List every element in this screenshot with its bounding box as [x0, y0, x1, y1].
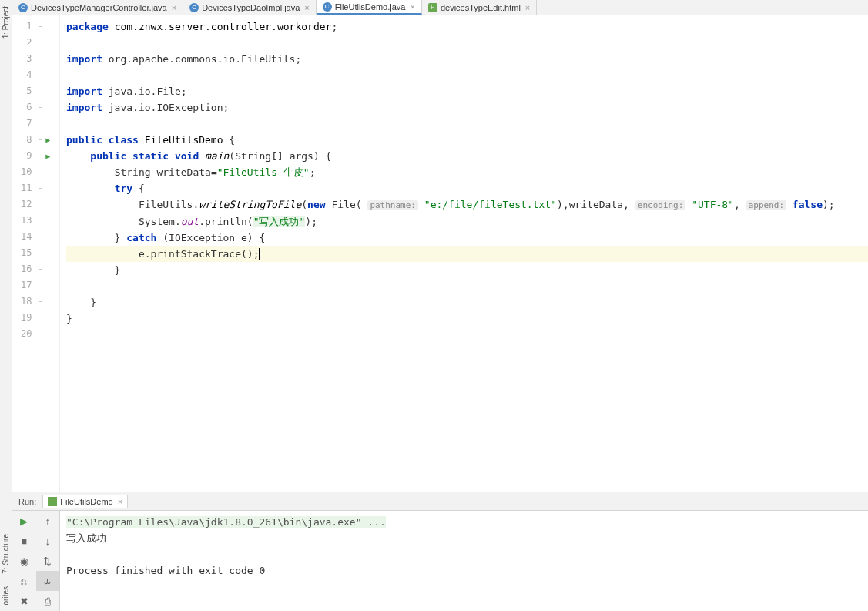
html-file-icon: H — [428, 3, 437, 12]
run-panel: ▶ ↑ ■ ↓ ◉ ⇅ ⎌ ⥿ ✖ ⎙ "C:\Program Files\Ja… — [12, 511, 868, 611]
gutter-row[interactable]: 18− — [12, 294, 59, 310]
run-label: Run: — [18, 497, 36, 506]
scroll-to-end-button[interactable]: ⇅ — [36, 551, 60, 571]
gutter-row[interactable]: 15 — [12, 245, 59, 261]
console-line: Process finished with exit code 0 — [66, 565, 265, 576]
java-class-icon: C — [18, 3, 28, 12]
gutter-row[interactable]: 14− — [12, 229, 59, 245]
tab-devicestypedaoimpl[interactable]: C DevicesTypeDaoImpl.java × — [183, 0, 317, 15]
up-stack-button[interactable]: ↑ — [36, 511, 60, 531]
tab-fileutilsdemo[interactable]: C FileUtilsDemo.java × — [317, 0, 422, 15]
down-stack-button[interactable]: ↓ — [36, 531, 60, 551]
close-icon[interactable]: × — [410, 2, 414, 12]
clear-button[interactable]: ✖ — [12, 591, 36, 611]
append-hint: append: — [746, 200, 786, 210]
close-icon[interactable]: × — [304, 3, 309, 12]
gutter-row[interactable]: 10 — [12, 164, 59, 180]
gutter-row[interactable]: 8−▶ — [12, 132, 59, 148]
structure-tool-tab[interactable]: 7: Structure — [2, 528, 10, 580]
main-area: C DevicesTypeManagerController.java × C … — [12, 0, 868, 611]
editor: 1− 2 3 4 5 6− 7 8−▶ 9−▶ 10 11− 12 13 14−… — [12, 15, 868, 492]
tab-devicestypeedit[interactable]: H devicesTypeEdit.html × — [422, 0, 537, 15]
gutter-row[interactable]: 7 — [12, 116, 59, 132]
text-caret — [259, 248, 260, 260]
close-icon[interactable]: × — [525, 3, 530, 12]
gutter-row[interactable]: 2 — [12, 35, 59, 51]
run-tool-header: Run: FileUtilsDemo × — [12, 492, 868, 511]
editor-tabs: C DevicesTypeManagerController.java × C … — [12, 0, 868, 15]
tab-label: DevicesTypeManagerController.java — [31, 3, 167, 12]
left-tool-rail: 1: Project 7: Structure orites — [0, 0, 12, 611]
gutter-row[interactable]: 17 — [12, 277, 59, 294]
gutter-row[interactable]: 4 — [12, 67, 59, 83]
tab-label: devicesTypeEdit.html — [441, 3, 521, 12]
run-tab-label: FileUtilsDemo — [60, 497, 112, 506]
run-tab[interactable]: FileUtilsDemo × — [42, 495, 128, 508]
java-class-icon: C — [189, 3, 199, 12]
gutter-row[interactable]: 9−▶ — [12, 148, 59, 164]
rerun-button[interactable]: ▶ — [12, 511, 36, 531]
gutter-row[interactable]: 19 — [12, 310, 59, 326]
gutter-row[interactable]: 1− — [12, 18, 59, 35]
gutter-row[interactable]: 6− — [12, 99, 59, 116]
pathname-hint: pathname: — [367, 200, 418, 210]
close-icon[interactable]: × — [172, 3, 176, 12]
gutter-row[interactable]: 20 — [12, 326, 59, 342]
gutter-row[interactable]: 12 — [12, 196, 59, 213]
console-line: 写入成功 — [66, 532, 106, 544]
gutter-row[interactable]: 5 — [12, 83, 59, 99]
console-command: "C:\Program Files\Java\jdk1.8.0_261\bin\… — [66, 516, 386, 528]
dump-threads-button[interactable]: ◉ — [12, 551, 36, 571]
project-tool-tab[interactable]: 1: Project — [2, 0, 10, 45]
gutter-row[interactable]: 13 — [12, 213, 59, 229]
soft-wrap-button[interactable]: ⥿ — [36, 571, 60, 591]
gutter-row[interactable]: 3 — [12, 51, 59, 67]
console-output[interactable]: "C:\Program Files\Java\jdk1.8.0_261\bin\… — [60, 511, 868, 611]
print-button[interactable]: ⎙ — [36, 591, 60, 611]
stop-button[interactable]: ■ — [12, 531, 36, 551]
gutter-row[interactable]: 11− — [12, 180, 59, 196]
java-class-icon: C — [323, 2, 332, 12]
tab-label: FileUtilsDemo.java — [335, 2, 406, 12]
encoding-hint: encoding: — [635, 200, 686, 210]
gutter: 1− 2 3 4 5 6− 7 8−▶ 9−▶ 10 11− 12 13 14−… — [12, 15, 60, 492]
run-config-icon — [48, 497, 57, 506]
gutter-row[interactable]: 16− — [12, 261, 59, 277]
tab-devicestypemanagercontroller[interactable]: C DevicesTypeManagerController.java × — [12, 0, 183, 15]
close-icon[interactable]: × — [118, 497, 122, 506]
favorites-tool-tab[interactable]: orites — [2, 580, 10, 611]
run-line-icon: ▶ — [45, 136, 50, 144]
code-editor[interactable]: package com.znwx.server.controller.worko… — [60, 15, 868, 492]
run-line-icon: ▶ — [45, 152, 50, 160]
run-toolbar: ▶ ↑ ■ ↓ ◉ ⇅ ⎌ ⥿ ✖ ⎙ — [12, 511, 60, 611]
exit-button[interactable]: ⎌ — [12, 571, 36, 591]
tab-label: DevicesTypeDaoImpl.java — [202, 3, 300, 12]
